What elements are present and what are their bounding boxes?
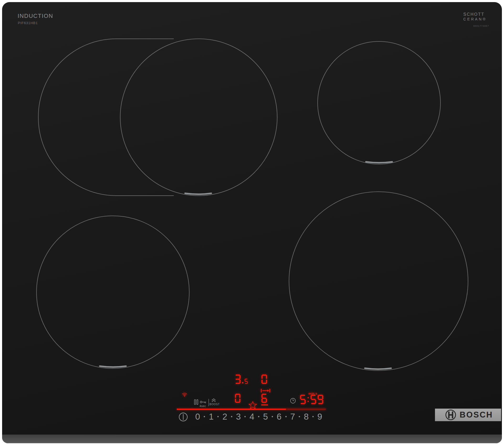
bosch-logo-text: BOSCH: [460, 410, 493, 420]
timer-display[interactable]: [300, 395, 323, 404]
timer-clock-icon[interactable]: [290, 398, 296, 404]
ceran-line: CERAN®: [463, 17, 490, 21]
level-separator-dot: [258, 416, 259, 417]
power-level-4[interactable]: 4: [246, 412, 258, 422]
bosch-badge: BOSCH: [435, 409, 501, 421]
display-rear-right-level[interactable]: [261, 375, 267, 384]
control-divider: [208, 399, 209, 406]
power-button[interactable]: [178, 412, 188, 422]
boost-label: BOOST: [209, 403, 220, 406]
level-separator-dot: [204, 416, 205, 417]
favourite-star-icon[interactable]: [248, 401, 257, 409]
display-front-left-level[interactable]: [235, 394, 240, 403]
zone-front-left: [36, 216, 190, 369]
level-separator-dot: [244, 416, 246, 417]
induction-hob: INDUCTION PIF631HB1 SCHOTT CERAN® 900177…: [2, 2, 502, 443]
boost-icon[interactable]: [211, 398, 216, 402]
level-separator-dot: [312, 416, 314, 417]
schott-line: SCHOTT: [463, 12, 490, 17]
power-level-6[interactable]: 6: [273, 412, 285, 422]
front-trim: [2, 435, 502, 443]
lock-hold-label: 4sec: [200, 404, 206, 408]
power-level-7[interactable]: 7: [287, 412, 298, 422]
model-number: PIF631HB1: [18, 21, 38, 25]
power-level-8[interactable]: 8: [301, 412, 312, 422]
slider-bar-main[interactable]: [191, 409, 326, 410]
pan-marker-rear-right: [364, 161, 394, 164]
slider-bar-left[interactable]: [177, 409, 192, 410]
power-level-9[interactable]: 9: [314, 412, 326, 422]
level-separator-dot: [285, 416, 287, 417]
schott-ceran-logo: SCHOTT CERAN® 9001774857: [463, 12, 490, 27]
move-pan-icon: [261, 389, 270, 393]
selected-zone-underline: [261, 404, 268, 405]
pan-marker-front-left: [98, 365, 128, 368]
zone-rear-right: [317, 41, 441, 164]
power-level-5[interactable]: 5: [260, 412, 271, 422]
display-front-right-level[interactable]: [261, 394, 267, 403]
pan-marker-flex: [183, 192, 213, 196]
power-level-2[interactable]: 2: [219, 412, 230, 422]
power-level-0[interactable]: 0: [192, 412, 203, 422]
level-separator-dot: [272, 416, 273, 417]
level-separator-dot: [231, 416, 232, 417]
power-level-1[interactable]: 1: [206, 412, 217, 422]
pan-marker-front-right: [363, 367, 393, 371]
flex-zone-circle: [120, 39, 277, 196]
level-separator-dot: [217, 416, 219, 417]
product-image: INDUCTION PIF631HB1 SCHOTT CERAN® 900177…: [0, 0, 504, 444]
key-icon[interactable]: [200, 400, 207, 404]
wifi-icon: [182, 392, 187, 397]
bosch-symbol-icon: [445, 409, 456, 421]
type-label: INDUCTION: [18, 13, 53, 19]
pause-icon[interactable]: [194, 399, 198, 405]
level-separator-dot: [299, 416, 300, 417]
glass-code: 9001774857: [473, 25, 490, 27]
zone-front-right: [289, 191, 468, 371]
display-rear-left-level[interactable]: [235, 375, 248, 384]
power-level-3[interactable]: 3: [233, 412, 244, 422]
